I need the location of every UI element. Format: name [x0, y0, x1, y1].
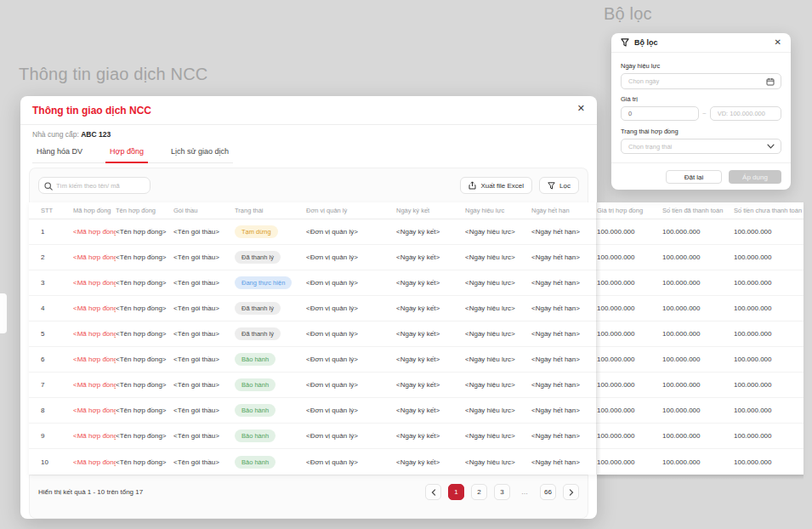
range-separator: ~	[702, 110, 707, 117]
date-input[interactable]	[628, 77, 774, 85]
table-row[interactable]: 6 <Mã hợp đồng> <Tên hợp đồng> <Tên gói …	[29, 347, 803, 373]
value-to-field[interactable]	[710, 106, 781, 121]
export-icon	[468, 181, 476, 190]
search-input[interactable]	[56, 182, 145, 190]
prev-page-button[interactable]	[425, 484, 441, 500]
cell-paid-amount: 100.000.000	[662, 356, 734, 363]
cell-status: Bảo hành	[235, 353, 306, 366]
modal-header: Thông tin giao dịch NCC ✕	[20, 96, 597, 125]
cell-stt: 1	[41, 228, 73, 236]
cell-status: Bảo hành	[235, 429, 306, 442]
table-row[interactable]: 7 <Mã hợp đồng> <Tên hợp đồng> <Tên gói …	[29, 373, 803, 398]
cell-managing-unit: <Đơn vị quản lý>	[306, 228, 396, 236]
status-badge: Bảo hành	[235, 404, 275, 417]
cell-package: <Tên gói thầu>	[173, 228, 235, 236]
cell-expiry-date: <Ngày hết hạn>	[531, 228, 597, 236]
tab-hop-dong[interactable]: Hợp đồng	[105, 144, 148, 163]
page-button[interactable]: …	[517, 484, 533, 500]
cell-managing-unit: <Đơn vị quản lý>	[306, 381, 396, 389]
cell-sign-date: <Ngày ký kết>	[396, 228, 465, 236]
cell-package: <Tên gói thầu>	[173, 432, 235, 440]
page-button[interactable]: 66	[540, 484, 556, 500]
table-body: 1 <Mã hợp đồng> <Tên hợp đồng> <Tên gói …	[29, 219, 803, 475]
page-button[interactable]: 2	[471, 484, 487, 500]
status-badge: Tạm dừng	[235, 225, 278, 238]
column-header: Trạng thái	[235, 207, 306, 214]
table-row[interactable]: 5 <Mã hợp đồng> <Tên hợp đồng> <Tên gói …	[29, 321, 803, 347]
cell-status: Đang thực hiện	[235, 276, 306, 289]
design-canvas: Thông tin giao dịch NCC Bộ lọc Thông tin…	[0, 0, 812, 529]
cell-contract-code-link[interactable]: <Mã hợp đồng>	[73, 356, 116, 363]
reset-button[interactable]: Đặt lại	[666, 170, 722, 184]
cell-expiry-date: <Ngày hết hạn>	[531, 253, 597, 261]
cell-status: Bảo hành	[235, 456, 306, 469]
page-button[interactable]: 3	[494, 484, 510, 500]
cell-contract-value: 100.000.000	[597, 330, 662, 338]
next-page-button[interactable]	[563, 484, 579, 500]
table-row[interactable]: 2 <Mã hợp đồng> <Tên hợp đồng> <Tên gói …	[29, 245, 803, 270]
value-to-input[interactable]	[718, 110, 774, 117]
status-badge: Đã thanh lý	[235, 302, 281, 315]
cell-paid-amount: 100.000.000	[662, 330, 734, 338]
cell-unpaid-amount: 100.000.000	[734, 330, 803, 338]
cell-expiry-date: <Ngày hết hạn>	[531, 304, 597, 312]
date-picker-field[interactable]	[621, 73, 781, 89]
status-badge: Đã thanh lý	[235, 251, 281, 264]
export-excel-button[interactable]: Xuất file Excel	[460, 177, 532, 194]
cell-expiry-date: <Ngày hết hạn>	[531, 279, 597, 287]
cell-stt: 4	[41, 304, 73, 312]
column-header: Số tiền chưa thanh toán	[734, 207, 803, 214]
cell-contract-code-link[interactable]: <Mã hợp đồng>	[73, 279, 116, 287]
cell-unpaid-amount: 100.000.000	[734, 304, 803, 312]
cell-managing-unit: <Đơn vị quản lý>	[306, 356, 396, 363]
cell-unpaid-amount: 100.000.000	[734, 458, 803, 466]
cell-contract-code-link[interactable]: <Mã hợp đồng>	[73, 253, 116, 261]
apply-button[interactable]: Áp dụng	[729, 170, 781, 184]
cell-contract-code-link[interactable]: <Mã hợp đồng>	[73, 228, 116, 236]
cell-unpaid-amount: 100.000.000	[734, 253, 803, 261]
table-row[interactable]: 10 <Mã hợp đồng> <Tên hợp đồng> <Tên gói…	[29, 449, 803, 475]
cell-effective-date: <Ngày hiệu lực>	[465, 304, 531, 312]
value-from-field[interactable]	[621, 106, 699, 121]
funnel-icon	[548, 182, 555, 190]
column-header: Mã hợp đồng	[73, 207, 116, 214]
filter-dialog-footer: Đặt lại Áp dụng	[611, 162, 791, 191]
cell-contract-code-link[interactable]: <Mã hợp đồng>	[73, 304, 116, 312]
cell-contract-name: <Tên hợp đồng>	[116, 228, 173, 236]
tab-lich-su-giao-dich[interactable]: Lịch sử giao dịch	[167, 144, 233, 162]
table-row[interactable]: 3 <Mã hợp đồng> <Tên hợp đồng> <Tên gói …	[29, 270, 803, 296]
cell-sign-date: <Ngày ký kết>	[396, 253, 465, 261]
table-row[interactable]: 4 <Mã hợp đồng> <Tên hợp đồng> <Tên gói …	[29, 296, 803, 321]
cell-contract-code-link[interactable]: <Mã hợp đồng>	[73, 330, 116, 338]
tab-hang-hoa-dv[interactable]: Hàng hóa DV	[32, 144, 87, 162]
table-row[interactable]: 1 <Mã hợp đồng> <Tên hợp đồng> <Tên gói …	[29, 219, 803, 245]
cell-expiry-date: <Ngày hết hạn>	[531, 330, 597, 338]
cell-contract-code-link[interactable]: <Mã hợp đồng>	[73, 407, 116, 414]
filter-button[interactable]: Lọc	[539, 177, 579, 194]
table-row[interactable]: 8 <Mã hợp đồng> <Tên hợp đồng> <Tên gói …	[29, 398, 803, 424]
close-icon[interactable]: ✕	[577, 104, 585, 113]
column-header: Đơn vị quản lý	[306, 207, 396, 214]
cell-contract-value: 100.000.000	[597, 253, 662, 261]
close-icon[interactable]: ✕	[775, 38, 781, 47]
status-select[interactable]: Chọn trạng thái	[621, 139, 781, 154]
cell-contract-name: <Tên hợp đồng>	[116, 304, 173, 312]
canvas-frame-title: Thông tin giao dịch NCC	[19, 65, 208, 84]
cell-contract-code-link[interactable]: <Mã hợp đồng>	[73, 432, 116, 440]
value-from-input[interactable]	[628, 110, 691, 117]
cell-contract-value: 100.000.000	[597, 458, 662, 466]
cell-contract-name: <Tên hợp đồng>	[116, 330, 173, 338]
cell-contract-code-link[interactable]: <Mã hợp đồng>	[73, 458, 116, 466]
table-row[interactable]: 9 <Mã hợp đồng> <Tên hợp đồng> <Tên gói …	[29, 424, 803, 449]
contract-status-label: Trạng thái hợp đồng	[621, 128, 781, 135]
cell-effective-date: <Ngày hiệu lực>	[465, 228, 531, 236]
cell-paid-amount: 100.000.000	[662, 253, 734, 261]
toolbar-actions: Xuất file Excel Lọc	[460, 177, 579, 194]
cell-expiry-date: <Ngày hết hạn>	[531, 432, 597, 440]
value-label: Giá trị	[621, 95, 781, 103]
cell-contract-code-link[interactable]: <Mã hợp đồng>	[73, 381, 116, 389]
cell-status: Bảo hành	[235, 378, 306, 391]
column-header: Ngày hết hạn	[531, 207, 597, 214]
page-button[interactable]: 1	[448, 484, 464, 500]
cell-contract-name: <Tên hợp đồng>	[116, 279, 173, 287]
